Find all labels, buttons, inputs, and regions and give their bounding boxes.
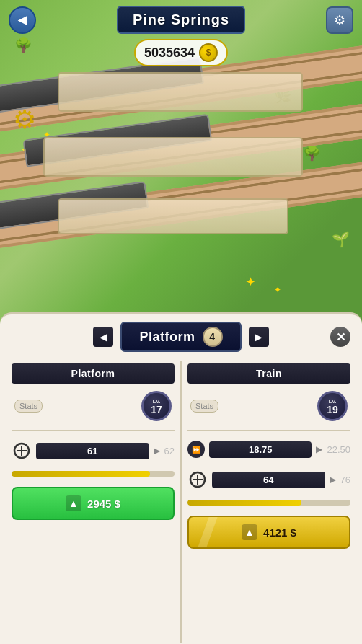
upgrade-arrow-icon: ▲ xyxy=(242,524,257,540)
train-column-header: Train xyxy=(187,363,350,384)
train-stats-label: Stats xyxy=(190,400,218,413)
platform-capacity-value: 61 xyxy=(36,443,149,459)
windmill-deco: ⚙ xyxy=(13,105,36,135)
divider xyxy=(12,430,175,431)
train-speed-value: 18.75 xyxy=(209,441,312,458)
platform-title-text: Platform xyxy=(139,330,195,345)
train-capacity-icon xyxy=(187,469,208,490)
train-level-badge: Lv. 19 xyxy=(317,391,348,421)
stat-arrow-icon: ▶ xyxy=(316,444,322,454)
platform-stats-row: Stats Lv. 17 xyxy=(12,389,175,423)
platform-capacity-next: 62 xyxy=(164,446,175,456)
train-progress-fill xyxy=(187,500,301,506)
train-speed-stat: ⏩ 18.75 ▶ 22.50 xyxy=(187,438,350,461)
columns-container: Platform Stats Lv. 17 xyxy=(0,358,362,644)
platform-upgrade-button[interactable]: ▲ 2945 $ xyxy=(12,487,175,520)
platform-title-plate: Platform 4 xyxy=(120,322,241,352)
currency-display: 5035634 $ xyxy=(134,39,228,66)
back-icon: ◀ xyxy=(18,13,27,27)
stat-arrow-icon: ▶ xyxy=(154,446,160,456)
header: ◀ Pine Springs ⚙ xyxy=(0,6,362,34)
train-column: Train Stats Lv. 19 ⏩ 18.75 ▶ 22.50 xyxy=(182,358,356,644)
platform-level-badge: Lv. 17 xyxy=(141,391,172,421)
sparkle-deco: ✦ xyxy=(274,285,281,295)
train-stats-row: Stats Lv. 19 xyxy=(187,389,350,423)
platform-number-badge: 4 xyxy=(203,327,223,347)
city-title-plate: Pine Springs xyxy=(117,6,245,34)
platform-struct xyxy=(58,198,288,234)
train-upgrade-button[interactable]: ▲ 4121 $ xyxy=(187,516,350,549)
nav-right-button[interactable]: ▶ xyxy=(249,327,269,347)
train-speed-next: 22.50 xyxy=(327,444,350,455)
back-button[interactable]: ◀ xyxy=(9,6,36,34)
tree-deco: 🌳 xyxy=(14,36,32,53)
platform-header: ◀ Platform 4 ▶ ✕ xyxy=(0,314,362,358)
city-title: Pine Springs xyxy=(133,12,229,27)
platform-progress-bar xyxy=(12,471,175,477)
capacity-icon xyxy=(12,441,32,461)
close-button[interactable]: ✕ xyxy=(330,327,350,347)
platform-column-header: Platform xyxy=(12,363,175,384)
coin-icon: $ xyxy=(199,43,218,62)
platform-upgrade-cost: 2945 $ xyxy=(87,498,120,510)
train-progress-bar xyxy=(187,500,350,506)
platform-progress-fill xyxy=(12,471,150,477)
stat-arrow-icon: ▶ xyxy=(330,475,336,485)
upgrade-arrow-icon: ▲ xyxy=(66,495,81,511)
platform-struct xyxy=(58,72,303,112)
settings-icon: ⚙ xyxy=(334,12,345,28)
bottom-panel: ◀ Platform 4 ▶ ✕ Platform Stats Lv. 17 xyxy=(0,312,362,644)
currency-amount: 5035634 xyxy=(144,45,195,61)
platform-stats-label: Stats xyxy=(14,400,43,413)
train-capacity-stat: 64 ▶ 76 xyxy=(187,467,350,493)
train-upgrade-cost: 4121 $ xyxy=(263,526,296,539)
platform-struct xyxy=(43,137,303,177)
platform-column: Platform Stats Lv. 17 xyxy=(6,358,180,644)
train-capacity-next: 76 xyxy=(340,475,350,485)
divider xyxy=(187,430,350,431)
platform-capacity-stat: 61 ▶ 62 xyxy=(12,438,175,464)
speed-icon: ⏩ xyxy=(187,441,205,458)
train-capacity-value: 64 xyxy=(212,472,325,488)
nav-left-button[interactable]: ◀ xyxy=(93,327,113,347)
settings-button[interactable]: ⚙ xyxy=(326,6,353,34)
